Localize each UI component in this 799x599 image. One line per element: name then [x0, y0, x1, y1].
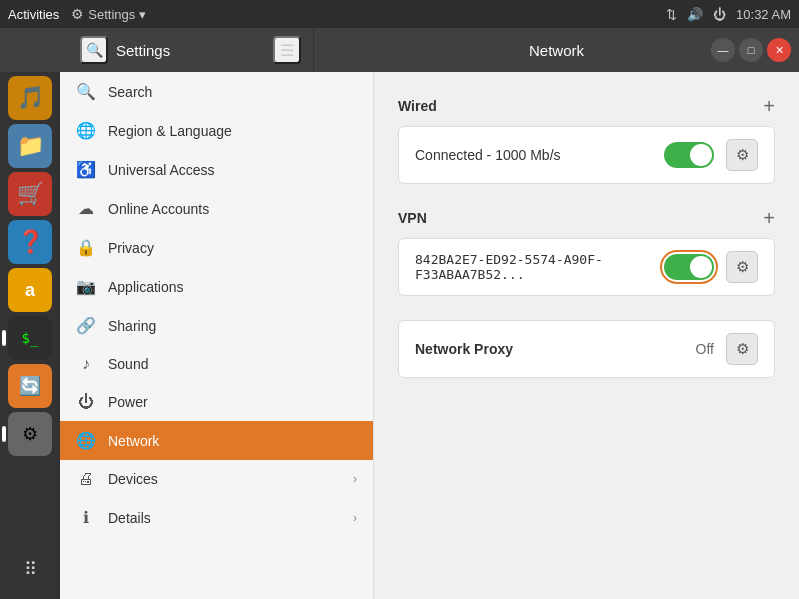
maximize-icon: □: [748, 44, 755, 56]
devices-icon: 🖨: [76, 470, 96, 488]
wired-toggle[interactable]: [664, 142, 714, 168]
sidebar-label-details: Details: [108, 510, 341, 526]
vpn-card-row: 842BA2E7-ED92-5574-A90F-F33ABAA7B52... ⚙: [399, 239, 774, 295]
sidebar-header: 🔍 Settings ☰: [0, 28, 314, 72]
sidebar-label-universal: Universal Access: [108, 162, 357, 178]
window-controls: — □ ✕: [711, 38, 791, 62]
sidebar-label-power: Power: [108, 394, 357, 410]
content-title: Network: [529, 42, 584, 59]
universal-icon: ♿: [76, 160, 96, 179]
dock-item-amazon[interactable]: a: [8, 268, 52, 312]
wired-section-title: Wired: [398, 98, 437, 114]
sidebar-item-search[interactable]: 🔍 Search: [60, 72, 373, 111]
proxy-settings-button[interactable]: ⚙: [726, 333, 758, 365]
minimize-button[interactable]: —: [711, 38, 735, 62]
sidebar-label-devices: Devices: [108, 471, 341, 487]
maximize-button[interactable]: □: [739, 38, 763, 62]
chevron-right-icon: ›: [353, 472, 357, 486]
sound-icon: ♪: [76, 355, 96, 373]
sidebar-label-sharing: Sharing: [108, 318, 357, 334]
chevron-right-icon-2: ›: [353, 511, 357, 525]
dock-item-settings[interactable]: ⚙: [8, 412, 52, 456]
vpn-add-button[interactable]: +: [763, 208, 775, 228]
settings-window: 🔍 Settings ☰ Network — □ ✕: [0, 28, 799, 599]
wired-settings-button[interactable]: ⚙: [726, 139, 758, 171]
sidebar-item-network[interactable]: 🌐 Network: [60, 421, 373, 460]
vpn-card: 842BA2E7-ED92-5574-A90F-F33ABAA7B52... ⚙: [398, 238, 775, 296]
network-icon[interactable]: ⇅: [666, 7, 677, 22]
sidebar-item-region[interactable]: 🌐 Region & Language: [60, 111, 373, 150]
region-icon: 🌐: [76, 121, 96, 140]
online-accounts-icon: ☁: [76, 199, 96, 218]
wired-card-row: Connected - 1000 Mb/s ⚙: [399, 127, 774, 183]
vpn-section: VPN + 842BA2E7-ED92-5574-A90F-F33ABAA7B5…: [398, 208, 775, 296]
sidebar-item-devices[interactable]: 🖨 Devices ›: [60, 460, 373, 498]
sidebar: 🔍 Search 🌐 Region & Language ♿ Universal…: [60, 72, 374, 599]
vpn-section-header: VPN +: [398, 208, 775, 228]
settings-menu-label: Settings: [88, 7, 135, 22]
topbar-right: ⇅ 🔊 ⏻ 10:32 AM: [666, 7, 791, 22]
sidebar-item-applications[interactable]: 📷 Applications: [60, 267, 373, 306]
vpn-section-title: VPN: [398, 210, 427, 226]
power-menu-icon[interactable]: ⏻: [713, 7, 726, 22]
sidebar-item-details[interactable]: ℹ Details ›: [60, 498, 373, 537]
wired-section: Wired + Connected - 1000 Mb/s ⚙: [398, 96, 775, 184]
volume-icon[interactable]: 🔊: [687, 7, 703, 22]
topbar: Activities ⚙ Settings ▾ ⇅ 🔊 ⏻ 10:32 AM: [0, 0, 799, 28]
chevron-down-icon: ▾: [139, 7, 146, 22]
dock-item-terminal[interactable]: $_: [8, 316, 52, 360]
sidebar-label-search: Search: [108, 84, 357, 100]
hamburger-icon: ☰: [280, 41, 294, 60]
wired-section-header: Wired +: [398, 96, 775, 116]
dock-item-rhythmbox[interactable]: 🎵: [8, 76, 52, 120]
activities-button[interactable]: Activities: [8, 7, 59, 22]
dock: 🎵 📁 🛒 ❓ a $_ 🔄 ⚙ ⠿: [0, 72, 60, 599]
sidebar-label-sound: Sound: [108, 356, 357, 372]
proxy-section: Network Proxy Off ⚙: [398, 320, 775, 378]
sidebar-label-region: Region & Language: [108, 123, 357, 139]
dock-item-updates[interactable]: 🔄: [8, 364, 52, 408]
details-icon: ℹ: [76, 508, 96, 527]
network-icon: 🌐: [76, 431, 96, 450]
close-button[interactable]: ✕: [767, 38, 791, 62]
sidebar-title: Settings: [116, 42, 265, 59]
settings-menu[interactable]: ⚙ Settings ▾: [71, 6, 146, 22]
dock-item-help[interactable]: ❓: [8, 220, 52, 264]
gear-icon: ⚙: [71, 6, 84, 22]
vpn-toggle[interactable]: [664, 254, 714, 280]
sharing-icon: 🔗: [76, 316, 96, 335]
dock-item-appstore[interactable]: 🛒: [8, 172, 52, 216]
sidebar-label-privacy: Privacy: [108, 240, 357, 256]
sidebar-item-power[interactable]: ⏻ Power: [60, 383, 373, 421]
power-icon: ⏻: [76, 393, 96, 411]
gear-icon: ⚙: [736, 258, 749, 276]
sidebar-item-privacy[interactable]: 🔒 Privacy: [60, 228, 373, 267]
wired-add-button[interactable]: +: [763, 96, 775, 116]
sidebar-label-network: Network: [108, 433, 357, 449]
proxy-card-row: Network Proxy Off ⚙: [399, 321, 774, 377]
proxy-status: Off: [696, 341, 714, 357]
vpn-connection-label: 842BA2E7-ED92-5574-A90F-F33ABAA7B52...: [415, 252, 652, 282]
proxy-label: Network Proxy: [415, 341, 684, 357]
wired-connection-label: Connected - 1000 Mb/s: [415, 147, 652, 163]
gear-icon: ⚙: [736, 146, 749, 164]
sidebar-item-online-accounts[interactable]: ☁ Online Accounts: [60, 189, 373, 228]
privacy-icon: 🔒: [76, 238, 96, 257]
hamburger-button[interactable]: ☰: [273, 36, 301, 64]
sidebar-item-universal[interactable]: ♿ Universal Access: [60, 150, 373, 189]
wired-card: Connected - 1000 Mb/s ⚙: [398, 126, 775, 184]
dock-item-files[interactable]: 📁: [8, 124, 52, 168]
gear-icon: ⚙: [736, 340, 749, 358]
search-icon: 🔍: [86, 42, 103, 58]
close-icon: ✕: [775, 44, 784, 57]
vpn-settings-button[interactable]: ⚙: [726, 251, 758, 283]
content-area: Wired + Connected - 1000 Mb/s ⚙ VPN: [374, 72, 799, 599]
dock-apps-grid[interactable]: ⠿: [8, 547, 52, 591]
search-icon: 🔍: [76, 82, 96, 101]
minimize-icon: —: [718, 44, 729, 56]
clock: 10:32 AM: [736, 7, 791, 22]
sidebar-label-applications: Applications: [108, 279, 357, 295]
sidebar-item-sharing[interactable]: 🔗 Sharing: [60, 306, 373, 345]
search-button[interactable]: 🔍: [80, 36, 108, 64]
sidebar-item-sound[interactable]: ♪ Sound: [60, 345, 373, 383]
